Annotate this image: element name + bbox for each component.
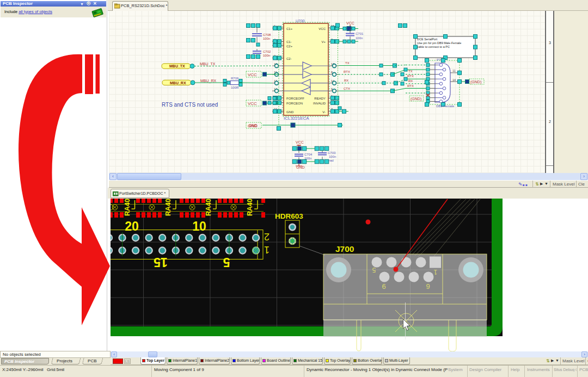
svg-text:FORCEOFF: FORCEOFF [286,97,304,100]
svg-text:TX: TX [345,61,350,65]
svg-text:RTX: RTX [407,75,414,78]
svg-text:HDR603: HDR603 [275,212,303,220]
svg-text:MBU_RX: MBU_RX [200,79,217,83]
svg-text:6: 6 [382,282,385,291]
svg-text:V+: V+ [321,40,326,44]
svg-text:VCC: VCC [296,140,304,144]
svg-text:RTX: RTX [344,70,350,73]
svg-text:Use pin for pin DB9 Male-Femal: Use pin for pin DB9 Male-Female [417,41,461,45]
svg-text:RX: RX [344,79,348,82]
svg-text:C708: C708 [263,33,271,36]
svg-text:RTX: RTX [407,84,414,88]
svg-text:TX: TX [408,70,413,73]
svg-text:C2+: C2+ [286,45,293,48]
svg-text:5: 5 [372,266,376,274]
svg-text:10: 10 [192,219,206,233]
svg-text:CTX: CTX [344,87,350,90]
svg-text:11: 11 [452,69,456,72]
svg-text:VCC: VCC [248,101,257,106]
svg-text:V-: V- [322,110,326,114]
svg-text:14: 14 [452,78,456,82]
svg-text:U700: U700 [296,19,305,23]
svg-text:2: 2 [264,231,270,242]
svg-text:RX: RX [408,79,413,83]
svg-text:VCC: VCC [248,72,257,77]
svg-text:C704: C704 [304,153,313,156]
svg-text:GND: GND [249,123,258,127]
svg-text:RTS and CTS not used: RTS and CTS not used [162,102,218,108]
svg-text:C2-: C2- [286,57,292,60]
svg-text:1: 1 [264,244,270,255]
svg-text:RA40: RA40 [246,199,254,216]
svg-text:100n: 100n [263,37,270,40]
svg-text:ICL3221ECA: ICL3221ECA [284,116,309,121]
svg-text:5: 5 [223,255,230,269]
svg-text:READY: READY [314,97,326,100]
svg-text:J700: J700 [335,244,354,254]
svg-text:1: 1 [433,268,437,276]
svg-text:GND: GND [286,110,294,114]
svg-text:C1+: C1+ [286,27,293,30]
svg-text:100n: 100n [329,155,336,158]
svg-text:C702: C702 [263,50,271,53]
svg-text:RA40: RA40 [164,199,172,216]
svg-text:C1-: C1- [286,40,292,44]
svg-text:9: 9 [426,282,430,291]
svg-text:INVALID: INVALID [313,102,326,105]
svg-text:MBU_TX: MBU_TX [200,62,216,66]
svg-text:VCC: VCC [346,21,354,25]
svg-text:100n: 100n [356,36,363,40]
svg-text:C703: C703 [328,151,336,154]
svg-text:DB9 Female: DB9 Female [436,104,455,108]
svg-text:20: 20 [125,219,139,233]
svg-text:DCE SerialPort: DCE SerialPort [417,38,438,41]
svg-text:MBU_TX: MBU_TX [169,64,185,68]
svg-text:(GND): (GND) [470,80,481,84]
svg-text:RA40: RA40 [205,199,212,216]
svg-text:15: 15 [154,255,168,269]
svg-text:MBU_RX: MBU_RX [170,81,186,85]
svg-text:(GND): (GND) [411,97,421,101]
svg-text:100n: 100n [263,54,270,57]
svg-text:R706: R706 [231,77,239,80]
svg-text:VCC: VCC [318,27,326,30]
svg-text:C701: C701 [356,32,364,35]
svg-text:FORCEON: FORCEON [286,102,303,105]
svg-text:rad: rad [329,159,334,162]
svg-text:cable to connect to a PC: cable to connect to a PC [417,45,450,48]
svg-text:100R: 100R [231,86,239,89]
